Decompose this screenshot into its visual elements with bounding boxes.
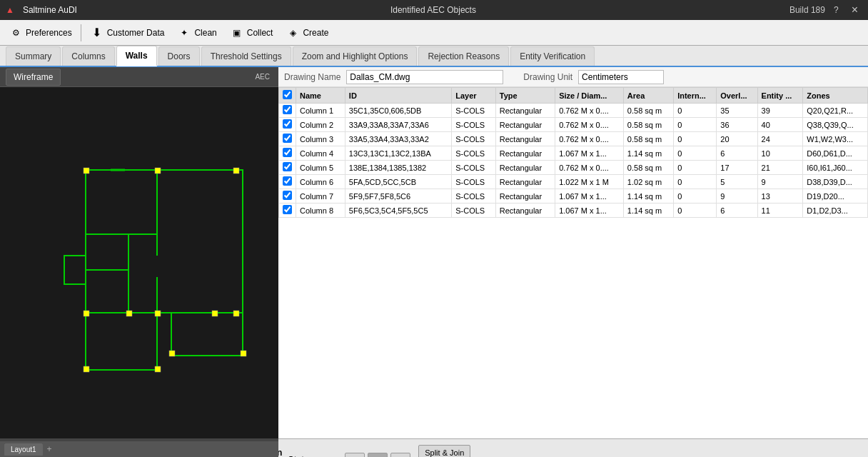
cell-type: Rectangular — [495, 104, 555, 118]
row-checkbox[interactable] — [279, 189, 296, 204]
rewind-button[interactable]: ⏮ — [345, 453, 365, 458]
drawing-name-label: Drawing Name — [284, 72, 340, 82]
layout1-tab[interactable]: Layout1 — [4, 443, 43, 456]
table-header-row: Name ID Layer Type Size / Diam... Area I… — [279, 88, 868, 104]
tab-summary[interactable]: Summary — [6, 46, 61, 66]
drawing-canvas[interactable] — [0, 87, 278, 438]
toolbar: ⚙ Preferences ⬇ Customer Data ✦ Clean ▣ … — [0, 20, 868, 46]
cell-id: 13C3,13C1,13C2,13BA — [345, 146, 451, 161]
cell-type: Rectangular — [495, 118, 555, 132]
help-button[interactable]: ? — [831, 5, 842, 15]
cell-layer: S-COLS — [452, 204, 496, 218]
table-row[interactable]: Column 7 5F9,5F7,5F8,5C6 S-COLS Rectangu… — [279, 189, 868, 204]
header-checkbox[interactable] — [279, 88, 296, 104]
row-checkbox[interactable] — [279, 104, 296, 118]
cell-overl: 35 — [717, 104, 757, 118]
tab-doors[interactable]: Doors — [158, 46, 200, 66]
header-id: ID — [345, 88, 451, 104]
cell-intern: 0 — [674, 104, 717, 118]
cell-id: 5FA,5CD,5CC,5CB — [345, 175, 451, 189]
cell-layer: S-COLS — [452, 118, 496, 132]
action-buttons: Split & Join Save Clos... — [418, 445, 470, 458]
svg-rect-0 — [86, 170, 243, 313]
transport-buttons: ⏮ ⏸ ⏭ — [345, 453, 410, 458]
cell-name: Column 7 — [296, 189, 345, 204]
wireframe-tab[interactable]: Wireframe — [6, 69, 61, 86]
header-layer: Layer — [452, 88, 496, 104]
create-button[interactable]: ◈ Create — [280, 23, 334, 43]
cell-zones: W1,W2,W3... — [803, 132, 868, 146]
preferences-button[interactable]: ⚙ Preferences — [3, 23, 78, 43]
forward-button[interactable]: ⏭ — [390, 453, 410, 458]
preferences-label: Preferences — [26, 28, 72, 38]
tab-threshold[interactable]: Threshold Settings — [201, 46, 291, 66]
cell-name: Column 6 — [296, 175, 345, 189]
tab-walls[interactable]: Walls — [116, 46, 157, 66]
tab-zoom-highlight[interactable]: Zoom and Highlight Options — [293, 46, 418, 66]
table-row[interactable]: Column 1 35C1,35C0,606,5DB S-COLS Rectan… — [279, 104, 868, 118]
clean-button[interactable]: ✦ Clean — [171, 23, 222, 43]
cell-overl: 6 — [717, 204, 757, 218]
tab-entity-verification[interactable]: Entity Verification — [510, 46, 595, 66]
app-logo: ▲ — [6, 5, 14, 15]
create-icon: ◈ — [286, 26, 300, 40]
table-row[interactable]: Column 4 13C3,13C1,13C2,13BA S-COLS Rect… — [279, 146, 868, 161]
svg-rect-16 — [126, 311, 132, 316]
cell-area: 0.58 sq m — [623, 132, 673, 146]
table-row[interactable]: Column 8 5F6,5C3,5C4,5F5,5C5 S-COLS Rect… — [279, 204, 868, 218]
svg-rect-7 — [64, 256, 86, 284]
split-join-button[interactable]: Split & Join — [418, 445, 470, 458]
table-container[interactable]: Name ID Layer Type Size / Diam... Area I… — [278, 87, 868, 438]
cell-intern: 0 — [674, 118, 717, 132]
table-row[interactable]: Column 6 5FA,5CD,5CC,5CB S-COLS Rectangu… — [279, 175, 868, 189]
header-entity: Entity ... — [757, 88, 803, 104]
cell-intern: 0 — [674, 204, 717, 218]
tab-columns[interactable]: Columns — [62, 46, 114, 66]
drawing-name-input[interactable] — [346, 70, 503, 84]
cell-area: 0.58 sq m — [623, 104, 673, 118]
cell-overl: 6 — [717, 146, 757, 161]
cell-name: Column 4 — [296, 146, 345, 161]
row-checkbox[interactable] — [279, 146, 296, 161]
collect-label: Collect — [247, 28, 273, 38]
cell-zones: D38,D39,D... — [803, 175, 868, 189]
svg-rect-17 — [84, 366, 89, 372]
row-checkbox[interactable] — [279, 204, 296, 218]
header-area: Area — [623, 88, 673, 104]
cell-name: Column 3 — [296, 132, 345, 146]
transport-section: ⏮ ⏸ ⏭ 02:50 | 04:03 — [342, 453, 413, 458]
cell-intern: 0 — [674, 189, 717, 204]
tab-rejection[interactable]: Rejection Reasons — [418, 46, 509, 66]
table-row[interactable]: Column 5 138E,1384,1385,1382 S-COLS Rect… — [279, 161, 868, 175]
drawing-unit-label: Drawing Unit — [523, 72, 572, 82]
add-layout-button[interactable]: + — [44, 444, 55, 454]
cell-zones: D60,D61,D... — [803, 146, 868, 161]
cell-overl: 9 — [717, 189, 757, 204]
table-row[interactable]: Column 2 33A9,33A8,33A7,33A6 S-COLS Rect… — [279, 118, 868, 132]
cell-overl: 5 — [717, 175, 757, 189]
cell-size: 1.067 M x 1... — [555, 146, 624, 161]
cell-layer: S-COLS — [452, 175, 496, 189]
cell-area: 1.02 sq m — [623, 175, 673, 189]
svg-rect-5 — [86, 313, 157, 370]
clean-icon: ✦ — [177, 26, 191, 40]
row-checkbox[interactable] — [279, 161, 296, 175]
close-button[interactable]: × — [847, 4, 862, 16]
row-checkbox[interactable] — [279, 175, 296, 189]
cell-overl: 17 — [717, 161, 757, 175]
svg-rect-20 — [241, 351, 246, 356]
cell-area: 0.58 sq m — [623, 161, 673, 175]
table-row[interactable]: Column 3 33A5,33A4,33A3,33A2 S-COLS Rect… — [279, 132, 868, 146]
pause-button[interactable]: ⏸ — [368, 453, 388, 458]
cell-size: 0.762 M x 0.... — [555, 132, 624, 146]
drawing-unit-input[interactable] — [578, 70, 664, 84]
collect-button[interactable]: ▣ Collect — [224, 23, 279, 43]
customer-data-button[interactable]: ⬇ Customer Data — [84, 23, 171, 43]
row-checkbox[interactable] — [279, 118, 296, 132]
svg-rect-10 — [84, 168, 89, 174]
row-checkbox[interactable] — [279, 132, 296, 146]
header-intern: Intern... — [674, 88, 717, 104]
cell-intern: 0 — [674, 146, 717, 161]
svg-rect-13 — [233, 311, 239, 316]
cell-intern: 0 — [674, 161, 717, 175]
